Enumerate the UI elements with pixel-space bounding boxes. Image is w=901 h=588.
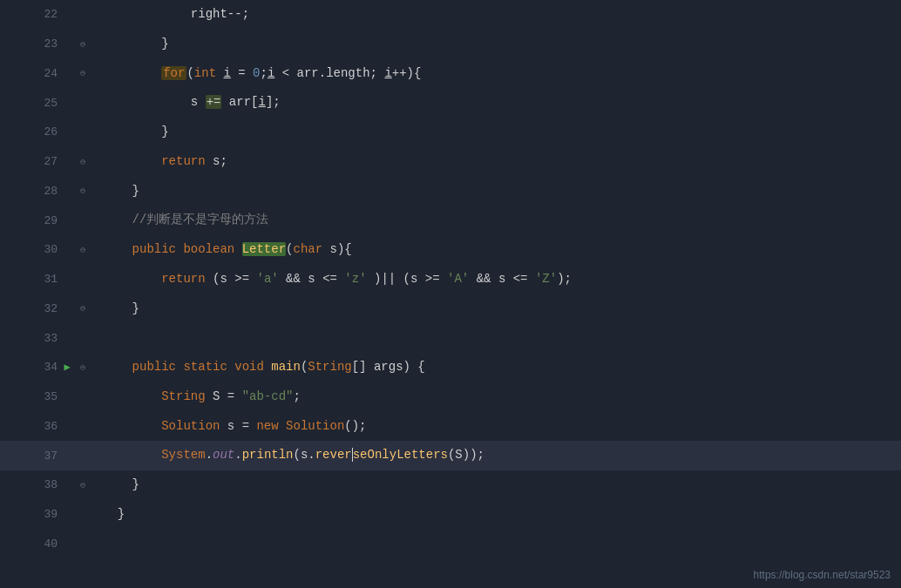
code-line-37: 37 System.out.println(s.reverseOnlyLette… bbox=[0, 441, 901, 470]
code-line-23: 23 ⊖ } bbox=[0, 30, 901, 59]
line-31-content: return (s >= 'a' && s <= 'z' )|| (s >= '… bbox=[96, 265, 901, 294]
watermark: https://blog.csdn.net/star9523 bbox=[754, 569, 891, 581]
line-26-content: } bbox=[96, 118, 901, 147]
run-icon-34[interactable]: ▶ bbox=[61, 362, 73, 374]
code-line-29: 29 //判断是不是字母的方法 bbox=[0, 206, 901, 235]
line-38-content: } bbox=[96, 470, 901, 500]
code-editor: 22 right--; 23 ⊖ } 24 ⊖ for(int i = 0;i … bbox=[0, 0, 901, 588]
code-line-25: 25 s += arr[i]; bbox=[0, 88, 901, 118]
fold-icon-24[interactable]: ⊖ bbox=[77, 67, 89, 79]
line-36-content: Solution s = new Solution(); bbox=[96, 412, 901, 442]
fold-icon-27[interactable]: ⊖ bbox=[77, 156, 89, 168]
code-line-35: 35 String S = "ab-cd"; bbox=[0, 382, 901, 412]
fold-icon-32[interactable]: ⊖ bbox=[77, 302, 89, 314]
line-23-content: } bbox=[96, 30, 901, 59]
fold-icon-28[interactable]: ⊖ bbox=[77, 185, 89, 197]
line-37-content: System.out.println(s.reverseOnlyLetters(… bbox=[96, 441, 901, 470]
line-22-content: right--; bbox=[96, 0, 901, 30]
line-32-content: } bbox=[96, 294, 901, 324]
fold-icon-23[interactable]: ⊖ bbox=[77, 38, 89, 51]
code-line-39: 39 } bbox=[0, 500, 901, 530]
code-line-30: 30 ⊖ public boolean Letter(char s){ bbox=[0, 235, 901, 265]
code-line-22: 22 right--; bbox=[0, 0, 901, 30]
code-line-33: 33 bbox=[0, 323, 901, 353]
line-28-content: } bbox=[96, 177, 901, 206]
code-line-24: 24 ⊖ for(int i = 0;i < arr.length; i++){ bbox=[0, 59, 901, 89]
code-line-38: 38 ⊖ } bbox=[0, 470, 901, 500]
code-line-36: 36 Solution s = new Solution(); bbox=[0, 412, 901, 442]
line-29-content: //判断是不是字母的方法 bbox=[96, 206, 901, 235]
line-24-content: for(int i = 0;i < arr.length; i++){ bbox=[96, 59, 901, 89]
fold-icon-34[interactable]: ⊖ bbox=[77, 362, 89, 374]
line-35-content: String S = "ab-cd"; bbox=[96, 382, 901, 412]
fold-icon-38[interactable]: ⊖ bbox=[77, 479, 89, 491]
line-30-content: public boolean Letter(char s){ bbox=[96, 235, 901, 265]
code-line-26: 26 } bbox=[0, 118, 901, 147]
code-line-34: 34 ▶ ⊖ public static void main(String[] … bbox=[0, 353, 901, 382]
line-34-content: public static void main(String[] args) { bbox=[96, 353, 901, 382]
code-line-27: 27 ⊖ return s; bbox=[0, 147, 901, 177]
code-line-40: 40 bbox=[0, 530, 901, 559]
code-line-32: 32 ⊖ } bbox=[0, 294, 901, 324]
line-39-content: } bbox=[96, 500, 901, 530]
code-line-28: 28 ⊖ } bbox=[0, 177, 901, 206]
line-27-content: return s; bbox=[96, 147, 901, 177]
code-line-31: 31 return (s >= 'a' && s <= 'z' )|| (s >… bbox=[0, 265, 901, 294]
fold-icon-30[interactable]: ⊖ bbox=[77, 244, 89, 256]
line-25-content: s += arr[i]; bbox=[96, 88, 901, 118]
